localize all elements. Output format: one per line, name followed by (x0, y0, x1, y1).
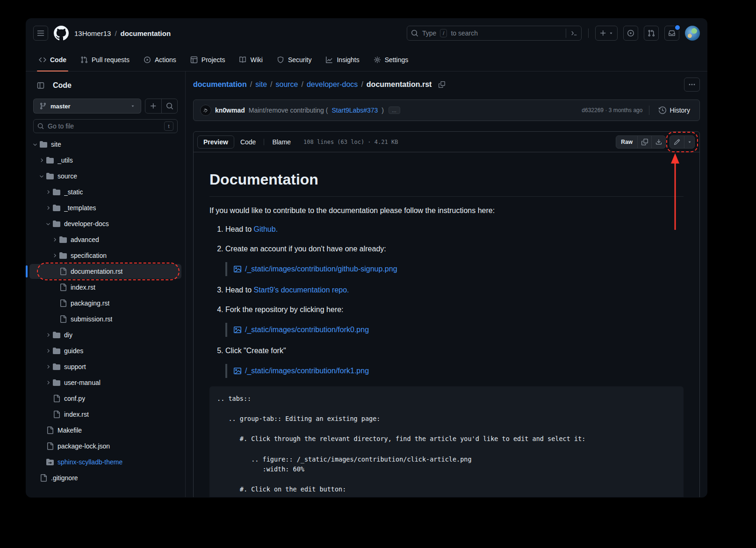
tree-item-label: index.rst (71, 284, 95, 291)
chevron-right-icon (45, 380, 51, 385)
tree-item-packaging.rst[interactable]: packaging.rst (29, 296, 181, 311)
tree-item-.gitignore[interactable]: .gitignore (29, 470, 181, 485)
user-avatar[interactable] (685, 26, 700, 41)
tree-item-_templates[interactable]: _templates (29, 200, 181, 215)
file-actions-kebab-button[interactable] (684, 78, 700, 92)
search-placeholder-post: to search (451, 29, 478, 37)
tree-item-diy[interactable]: diy (29, 327, 181, 342)
tab-projects[interactable]: Projects (185, 48, 231, 71)
tree-item-developer-docs[interactable]: developer-docs (29, 216, 181, 231)
attachment-link[interactable]: /_static/images/contribution/fork1.png (245, 365, 369, 377)
tab-code[interactable]: Code (33, 48, 72, 71)
github-logo[interactable] (54, 26, 69, 41)
tree-item-guides[interactable]: guides (29, 343, 181, 358)
breadcrumb-link-site[interactable]: site (255, 80, 267, 89)
tree-item-label: source (58, 172, 77, 180)
tab-settings[interactable]: Settings (368, 48, 414, 71)
context-repo-link[interactable]: documentation (121, 29, 171, 37)
search-this-repo-button[interactable] (161, 99, 177, 113)
tree-item-documentation.rst[interactable]: documentation.rst (29, 264, 181, 279)
tab-wiki[interactable]: Wiki (233, 48, 268, 71)
search-icon (37, 123, 44, 129)
add-file-button[interactable] (145, 99, 161, 113)
inbox-button[interactable] (664, 26, 679, 41)
tree-item-sphinx-scylladb-theme[interactable]: sphinx-scylladb-theme (29, 455, 181, 470)
pull-requests-button[interactable] (644, 26, 659, 41)
breadcrumb-link-repo[interactable]: documentation (193, 80, 247, 89)
tab-label: Settings (385, 56, 409, 64)
command-palette-icon[interactable] (566, 28, 577, 38)
tab-code-view[interactable]: Code (234, 135, 262, 149)
tree-item-support[interactable]: support (29, 359, 181, 374)
repo-nav-tabs: Code Pull requests Actions Projects Wiki… (26, 48, 707, 71)
tab-blame[interactable]: Blame (266, 135, 297, 149)
doc-intro: If you would like to contribute to the d… (209, 205, 684, 216)
tree-item-site[interactable]: site (29, 137, 181, 152)
seg-divider (264, 139, 264, 145)
attachment-link[interactable]: /_static/images/contribution/github-sign… (245, 263, 397, 275)
broken-image-icon (234, 367, 241, 375)
tree-item-specification[interactable]: specification (29, 248, 181, 263)
issue-opened-icon (627, 29, 634, 37)
file-meta: 108 lines (63 loc) · 4.21 KB (303, 139, 398, 145)
global-nav-menu-button[interactable] (33, 26, 48, 41)
tree-item-user-manual[interactable]: user-manual (29, 375, 181, 390)
commit-author[interactable]: kn0wmad (215, 107, 245, 114)
commit-pr-link[interactable]: Start9Labs#373 (331, 107, 378, 114)
chevron-right-icon (39, 157, 44, 163)
tree-item-advanced[interactable]: advanced (29, 232, 181, 247)
edit-dropdown-button[interactable] (684, 136, 694, 148)
github-link[interactable]: Github. (253, 225, 278, 233)
copy-raw-button[interactable] (637, 136, 651, 148)
file-icon (59, 315, 67, 323)
tree-item-index.rst[interactable]: index.rst (29, 280, 181, 295)
create-new-button[interactable] (595, 26, 618, 41)
commit-description-toggle[interactable]: … (389, 107, 400, 114)
collapse-file-tree-button[interactable] (33, 78, 48, 93)
tab-preview[interactable]: Preview (197, 135, 234, 149)
submodule-icon (46, 458, 54, 466)
global-header: 13Homer13 / documentation Type / to sear… (26, 18, 707, 48)
commit-author-avatar[interactable] (200, 105, 211, 116)
tree-item-_static[interactable]: _static (29, 185, 181, 199)
instruction-step: Head to Github. (225, 224, 684, 235)
raw-button[interactable]: Raw (616, 136, 637, 148)
edit-file-button[interactable] (670, 136, 684, 148)
chevron-right-icon (45, 332, 51, 338)
tab-security[interactable]: Security (271, 48, 317, 71)
tree-item-Makefile[interactable]: Makefile (29, 423, 181, 438)
triangle-down-icon (130, 104, 135, 108)
tree-item-_utils[interactable]: _utils (29, 153, 181, 168)
copy-path-button[interactable] (436, 79, 447, 90)
context-owner-link[interactable]: 13Homer13 (74, 29, 111, 37)
issues-button[interactable] (623, 26, 638, 41)
plus-icon (599, 29, 607, 37)
tree-item-submission.rst[interactable]: submission.rst (29, 312, 181, 327)
tree-item-conf.py[interactable]: conf.py (29, 391, 181, 406)
tree-item-index.rst[interactable]: index.rst (29, 407, 181, 422)
tree-item-label: _static (64, 188, 83, 196)
search-icon (166, 102, 173, 110)
go-to-file-input[interactable]: Go to file t (33, 119, 178, 133)
breadcrumb-link-source[interactable]: source (275, 80, 298, 89)
code-block-text: .. tabs:: .. group-tab:: Editing an exis… (217, 394, 676, 495)
download-raw-button[interactable] (651, 136, 665, 148)
file-tree: site_utilssource_static_templatesdevelop… (29, 137, 181, 485)
tree-item-package-lock.json[interactable]: package-lock.json (29, 439, 181, 454)
tab-insights[interactable]: Insights (320, 48, 365, 71)
branch-selector[interactable]: master (33, 99, 141, 114)
tab-pull-requests[interactable]: Pull requests (75, 48, 135, 71)
tab-actions[interactable]: Actions (138, 48, 182, 71)
step-text: Fork the repository by clicking here: (225, 306, 344, 313)
history-button[interactable]: History (656, 106, 693, 114)
tree-item-source[interactable]: source (29, 169, 181, 184)
global-search-input[interactable]: Type / to search (407, 26, 582, 41)
folder-icon (53, 188, 60, 196)
git-pull-request-icon (648, 29, 655, 37)
step-text: Create an account if you don't have one … (225, 245, 386, 253)
latest-commit-bar: kn0wmad Maint/remove contributing ( Star… (193, 100, 700, 121)
copy-icon (641, 139, 648, 145)
attachment-link[interactable]: /_static/images/contribution/fork0.png (245, 324, 369, 335)
start9-docs-repo-link[interactable]: Start9's documentation repo. (253, 286, 349, 294)
breadcrumb-link-developer-docs[interactable]: developer-docs (307, 80, 358, 89)
